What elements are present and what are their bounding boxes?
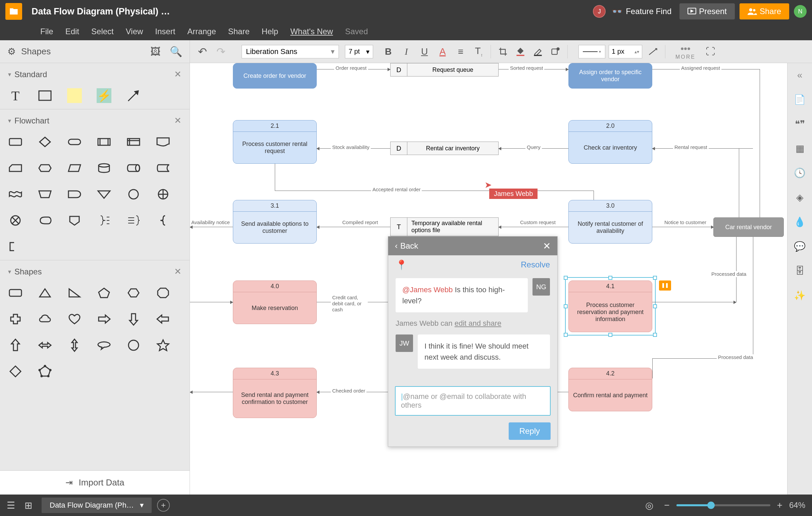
- undo-button[interactable]: ↶: [198, 45, 207, 58]
- shape-or[interactable]: [8, 213, 23, 228]
- node-create-order[interactable]: Create order for vendor: [233, 63, 317, 89]
- shape-merge[interactable]: [97, 187, 111, 202]
- shape-rect[interactable]: [37, 88, 52, 103]
- shape-note[interactable]: [67, 88, 82, 103]
- bold-button[interactable]: B: [383, 46, 393, 57]
- node-4-2[interactable]: 4.2 Confirm rental and payment: [569, 368, 652, 411]
- chevron-down-icon[interactable]: ▾: [8, 71, 11, 78]
- shape-brace-right[interactable]: [97, 213, 111, 228]
- pin-icon[interactable]: 📍: [396, 259, 407, 270]
- shape-internal-storage[interactable]: [126, 135, 141, 149]
- shape-arrow-right[interactable]: [97, 312, 111, 326]
- image-icon[interactable]: 🖼: [150, 46, 161, 57]
- document-icon[interactable]: 📄: [794, 94, 806, 105]
- font-select[interactable]: Liberation Sans▾: [241, 45, 339, 58]
- close-icon[interactable]: ✕: [543, 240, 551, 252]
- datastore-inventory[interactable]: D Rental car inventory: [390, 142, 499, 155]
- zoom-target-icon[interactable]: ◎: [645, 500, 653, 511]
- node-2-0[interactable]: 2.0 Check car inventory: [569, 120, 652, 164]
- collapse-icon[interactable]: «: [797, 70, 803, 81]
- text-options-button[interactable]: T↕: [474, 46, 484, 57]
- reply-button[interactable]: Reply: [509, 422, 551, 440]
- list-view-icon[interactable]: ☰: [7, 500, 15, 511]
- history-icon[interactable]: 🕓: [794, 167, 806, 178]
- shape-annotation[interactable]: [8, 239, 23, 254]
- shape-decision[interactable]: [37, 135, 52, 149]
- shape-database[interactable]: [97, 161, 111, 175]
- section-standard-title[interactable]: Standard: [14, 70, 174, 79]
- zoom-slider[interactable]: [676, 504, 771, 506]
- shape-document[interactable]: [156, 135, 170, 149]
- collaborator-avatar[interactable]: J: [593, 5, 606, 18]
- shape-note-lines[interactable]: [126, 213, 141, 228]
- shape-brace-left[interactable]: [156, 213, 170, 228]
- gear-icon[interactable]: ⚙: [7, 46, 16, 57]
- menu-view[interactable]: View: [126, 27, 143, 36]
- shape-process[interactable]: [8, 135, 23, 149]
- shape-star[interactable]: [156, 338, 170, 353]
- presentation-icon[interactable]: ▦: [795, 143, 804, 154]
- magic-icon[interactable]: ✨: [794, 290, 806, 301]
- shape-plus[interactable]: [8, 312, 23, 326]
- shape-callout[interactable]: [97, 338, 111, 353]
- menu-file[interactable]: File: [40, 27, 53, 36]
- shape-predefined[interactable]: [97, 135, 111, 149]
- node-assign-order[interactable]: Assign order to specific vendor: [569, 63, 652, 89]
- search-icon[interactable]: 🔍: [170, 46, 182, 57]
- shape-card[interactable]: [8, 161, 23, 175]
- section-shapes-title[interactable]: Shapes: [14, 267, 174, 277]
- shape-connector[interactable]: [126, 187, 141, 202]
- comment-input[interactable]: |@name or @email to collaborate with oth…: [395, 386, 551, 416]
- comments-icon[interactable]: ❝❞: [795, 118, 805, 130]
- close-icon[interactable]: ✕: [174, 69, 181, 80]
- node-4-3[interactable]: 4.3 Send rental and payment confirmation…: [233, 368, 317, 418]
- shape-triangle[interactable]: [37, 286, 52, 300]
- close-icon[interactable]: ✕: [174, 266, 181, 277]
- add-page-button[interactable]: +: [157, 499, 170, 512]
- document-title[interactable]: Data Flow Diagram (Physical) …: [32, 6, 170, 17]
- shape-diamond[interactable]: [8, 364, 23, 379]
- underline-button[interactable]: U: [419, 46, 430, 57]
- zoom-in-button[interactable]: +: [777, 500, 782, 511]
- shape-delay[interactable]: [67, 187, 82, 202]
- crop-icon[interactable]: [498, 46, 508, 57]
- shape-arrow-left-block[interactable]: [156, 312, 170, 326]
- shape-cloud[interactable]: [37, 312, 52, 326]
- shape-arrow-lr[interactable]: [37, 338, 52, 353]
- resolve-button[interactable]: Resolve: [521, 260, 550, 269]
- close-icon[interactable]: ✕: [174, 115, 181, 126]
- data-icon[interactable]: 🗄: [795, 265, 805, 277]
- node-4-0[interactable]: 4.0 Make reservation: [233, 281, 317, 324]
- line-width-select[interactable]: 1 px▴▾: [609, 45, 642, 58]
- font-size-select[interactable]: 7 pt▾: [345, 45, 373, 58]
- text-color-button[interactable]: A: [438, 46, 447, 57]
- menu-arrange[interactable]: Arrange: [187, 27, 216, 36]
- shape-heart[interactable]: [67, 312, 82, 326]
- zoom-level[interactable]: 64%: [789, 500, 805, 510]
- redo-button[interactable]: ↷: [216, 45, 226, 58]
- shape-hexagon[interactable]: [126, 286, 141, 300]
- import-data-button[interactable]: ⇥ Import Data: [0, 470, 190, 494]
- italic-button[interactable]: I: [401, 46, 411, 57]
- shape-text[interactable]: T: [8, 88, 23, 103]
- section-flowchart-title[interactable]: Flowchart: [14, 116, 174, 125]
- theme-icon[interactable]: 💧: [794, 217, 806, 227]
- shape-polygon[interactable]: [37, 364, 52, 379]
- shape-arrow-up[interactable]: [8, 338, 23, 353]
- shape-arrow-ud[interactable]: [67, 338, 82, 353]
- menu-help[interactable]: Help: [262, 27, 278, 36]
- shape-octagon[interactable]: [156, 286, 170, 300]
- shape-circle[interactable]: [126, 338, 141, 353]
- node-3-1[interactable]: 3.1 Send available options to customer: [233, 200, 317, 243]
- shape-preparation[interactable]: [37, 161, 52, 175]
- more-icon[interactable]: •••: [675, 43, 696, 54]
- feature-find[interactable]: 👓 Feature Find: [612, 6, 671, 17]
- zoom-out-button[interactable]: −: [664, 500, 669, 511]
- menu-whats-new[interactable]: What's New: [290, 27, 333, 36]
- shape-data[interactable]: [67, 161, 82, 175]
- chevron-down-icon[interactable]: ▾: [8, 117, 11, 124]
- menu-edit[interactable]: Edit: [65, 27, 79, 36]
- menu-insert[interactable]: Insert: [155, 27, 175, 36]
- menu-select[interactable]: Select: [91, 27, 114, 36]
- shape-terminator[interactable]: [67, 135, 82, 149]
